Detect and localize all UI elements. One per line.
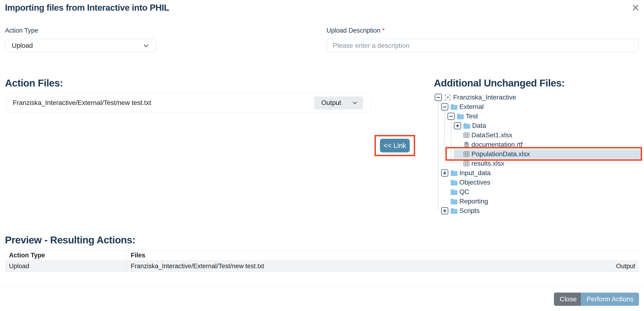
preview-table: Action Type Files Upload Franziska_Inter…	[5, 250, 638, 272]
preview-heading: Preview - Resulting Actions:	[5, 234, 136, 246]
table-row: Upload Franziska_Interactive/External/Te…	[5, 261, 638, 272]
footer-divider	[0, 286, 644, 287]
tree-node[interactable]: documentation.rtf	[435, 140, 642, 149]
toggle-spacer	[441, 201, 450, 202]
file-type-select[interactable]: Output	[314, 96, 363, 110]
folder-icon	[463, 122, 471, 130]
toggle-spacer	[441, 182, 450, 183]
close-button[interactable]: Close	[554, 292, 582, 306]
expand-toggle-icon[interactable]	[454, 122, 461, 129]
spreadsheet-icon	[463, 132, 470, 139]
expand-toggle-icon[interactable]	[441, 170, 448, 176]
collapse-toggle-icon[interactable]	[435, 94, 442, 101]
link-button[interactable]: << Link	[380, 139, 410, 152]
action-type-select[interactable]: Upload	[5, 39, 156, 52]
action-type-label: Action Type	[5, 27, 38, 34]
action-file-path: Franziska_Interactive/External/Test/new …	[13, 99, 314, 106]
project-icon	[444, 93, 452, 102]
cell-file-path: Franziska_Interactive/External/Test/new …	[131, 262, 264, 270]
tree-node[interactable]: External	[435, 102, 642, 112]
toggle-spacer	[454, 164, 463, 164]
collapse-toggle-icon[interactable]	[448, 113, 455, 120]
folder-icon	[450, 207, 458, 215]
tree-node[interactable]: Reporting	[435, 196, 642, 206]
tree-node[interactable]: DataSet1.xlsx	[435, 130, 642, 140]
cell-direction: Output	[616, 262, 638, 270]
tree-node[interactable]: Objectives	[435, 178, 642, 187]
tree-node[interactable]: Franziska_Interactive	[435, 93, 642, 102]
folder-icon	[450, 188, 458, 196]
tree-node[interactable]: PopulationData.xlsx	[435, 149, 642, 159]
chevron-down-icon	[143, 42, 150, 49]
collapse-toggle-icon[interactable]	[441, 103, 448, 110]
preview-table-header: Action Type Files	[5, 250, 638, 261]
tree-node[interactable]: results.xlsx	[435, 159, 642, 168]
dialog-title: Importing files from Interactive into PH…	[5, 3, 169, 13]
upload-description-input[interactable]	[326, 39, 638, 52]
action-file-row: Franziska_Interactive/External/Test/new …	[6, 93, 372, 113]
file-type-value: Output	[321, 99, 341, 106]
tree-node[interactable]: Scripts	[435, 206, 642, 216]
toggle-spacer	[454, 135, 463, 136]
document-icon	[463, 141, 470, 148]
folder-icon	[450, 198, 458, 205]
column-header-files: Files	[126, 252, 638, 259]
header-divider	[0, 20, 644, 21]
cell-action-type: Upload	[5, 261, 126, 272]
folder-icon	[450, 103, 458, 111]
column-header-action-type: Action Type	[5, 250, 126, 260]
upload-description-label: Upload Description *	[326, 27, 385, 34]
action-files-heading: Action Files:	[5, 78, 63, 89]
additional-files-heading: Additional Unchanged Files:	[434, 78, 565, 89]
tree-node[interactable]: QC	[435, 187, 642, 196]
required-asterisk: *	[382, 27, 385, 34]
expand-toggle-icon[interactable]	[441, 207, 448, 214]
toggle-spacer	[454, 154, 463, 154]
chevron-down-icon	[352, 100, 358, 106]
file-tree: Franziska_Interactive External Test Data…	[435, 93, 642, 216]
folder-icon	[450, 179, 458, 186]
close-icon[interactable]: ×	[632, 0, 640, 15]
action-type-value: Upload	[12, 42, 33, 50]
perform-actions-button[interactable]: Perform Actions	[581, 292, 639, 306]
spreadsheet-icon	[463, 150, 470, 158]
folder-icon	[450, 169, 458, 177]
annotation-box-link-button: << Link	[374, 135, 415, 156]
tree-node[interactable]: Data	[435, 121, 642, 130]
spreadsheet-icon	[463, 160, 470, 167]
tree-node[interactable]: Input_data	[435, 168, 642, 178]
toggle-spacer	[441, 192, 450, 192]
folder-icon	[456, 112, 464, 120]
tree-node[interactable]: Test	[435, 112, 642, 121]
